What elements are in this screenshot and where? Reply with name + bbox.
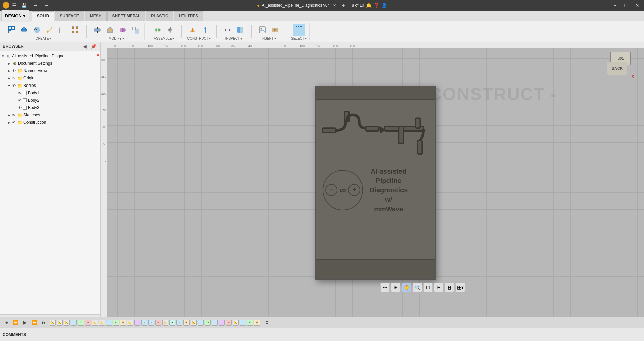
tab-mesh[interactable]: MESH xyxy=(85,11,107,21)
select-btn[interactable] xyxy=(293,24,305,36)
move3d-btn[interactable] xyxy=(164,24,176,36)
tree-bodies[interactable]: ▼ 👁 📁 Bodies xyxy=(0,82,100,89)
tab-surface[interactable]: SURFACE xyxy=(55,11,84,21)
origin-eye[interactable]: 👁 xyxy=(11,76,16,80)
insert-image-btn[interactable] xyxy=(256,24,268,36)
hand-tool-btn[interactable]: ✋ xyxy=(402,283,411,292)
section-analysis-btn[interactable] xyxy=(234,24,246,36)
extrude-btn[interactable] xyxy=(18,24,30,36)
navigate-btn[interactable]: ⊹ xyxy=(380,283,390,292)
decal-btn[interactable] xyxy=(269,24,281,36)
tl-icon[interactable]: ✂ xyxy=(155,320,161,326)
tl-icon[interactable]: 📐 xyxy=(50,320,56,326)
tl-icon[interactable]: ○ xyxy=(134,320,140,326)
tl-icon[interactable]: 📐 xyxy=(162,320,168,326)
select-label[interactable]: SELECT▾ xyxy=(291,37,307,40)
inspect-label[interactable]: INSPECT▾ xyxy=(225,37,242,40)
tl-icon[interactable]: ⚙ xyxy=(205,320,211,326)
tab-utilities[interactable]: UTILITIES xyxy=(174,11,203,21)
design-btn[interactable]: DESIGN ▾ xyxy=(1,10,29,22)
timeline-end-btn[interactable]: ⏭ xyxy=(40,319,48,326)
plane-btn[interactable] xyxy=(186,24,199,36)
grid-btn[interactable]: ▦ xyxy=(445,283,454,292)
tab-plastic[interactable]: PLASTIC xyxy=(146,11,173,21)
nv-eye[interactable]: 👁 xyxy=(11,68,16,73)
timeline-start-btn[interactable]: ⏮ xyxy=(3,319,10,326)
undo-btn[interactable]: ↩ xyxy=(32,3,40,8)
tree-sketches[interactable]: ▶ 👁 📁 Sketches xyxy=(0,111,100,119)
tab-solid[interactable]: SOLID xyxy=(32,11,54,21)
tl-icon[interactable]: ↑ xyxy=(141,320,147,326)
zoom-btn[interactable]: 🔍 xyxy=(413,283,422,292)
add-tab-btn[interactable]: + xyxy=(340,3,347,8)
axis-btn[interactable] xyxy=(199,24,211,36)
tree-construction[interactable]: ▶ 👁 📁 Construction xyxy=(0,119,100,126)
tl-icon[interactable]: ✂ xyxy=(226,320,232,326)
canvas-area[interactable]: 0 50 100 150 200 250 300 350 400 -50 -10… xyxy=(101,42,644,317)
root-pin[interactable]: 📍 xyxy=(96,54,100,58)
tree-body2[interactable]: 👁 Body2 xyxy=(0,97,100,104)
close-btn[interactable]: ✕ xyxy=(633,3,641,8)
save-btn[interactable]: 💾 xyxy=(19,3,29,8)
move-btn[interactable] xyxy=(104,24,116,36)
browser-collapse-btn[interactable]: ◀ xyxy=(82,43,88,49)
tl-icon[interactable]: ↑ xyxy=(212,320,218,326)
construction-eye[interactable]: 👁 xyxy=(11,120,16,125)
construct-label[interactable]: CONSTRUCT▾ xyxy=(187,37,211,40)
push-pull-btn[interactable] xyxy=(91,24,103,36)
user-icon[interactable]: 👤 xyxy=(381,3,387,8)
tl-icon[interactable]: ↑ xyxy=(198,320,204,326)
combine-btn[interactable] xyxy=(117,24,129,36)
tl-icon[interactable]: 📐 xyxy=(92,320,98,326)
timeline-settings-btn[interactable]: ⚙ xyxy=(263,319,271,326)
tl-icon[interactable]: 📐 xyxy=(127,320,133,326)
tab-sheet-metal[interactable]: SHEET METAL xyxy=(107,11,146,21)
tree-body1[interactable]: 👁 Body1 xyxy=(0,89,100,97)
tree-document-settings[interactable]: ▶ ⚙ Document Settings xyxy=(0,60,100,67)
tl-icon[interactable]: ✂ xyxy=(85,320,91,326)
view-orientation-btn[interactable]: ⊞ xyxy=(391,283,400,292)
tl-icon[interactable]: 📐 xyxy=(57,320,63,326)
maximize-btn[interactable]: □ xyxy=(623,3,629,8)
insert-label[interactable]: INSERT▾ xyxy=(261,37,276,40)
tl-icon[interactable]: ⊞ xyxy=(254,320,260,326)
viewcube-back[interactable]: BACK xyxy=(607,62,627,75)
tl-icon[interactable]: ↑ xyxy=(240,320,246,326)
redo-btn[interactable]: ↪ xyxy=(42,3,50,8)
tl-icon[interactable]: 📐 xyxy=(64,320,70,326)
bodies-eye[interactable]: 👁 xyxy=(11,83,16,88)
revolve-btn[interactable] xyxy=(31,24,43,36)
measure-btn[interactable] xyxy=(221,24,233,36)
body3-eye[interactable]: 👁 xyxy=(17,105,22,110)
tl-icon[interactable]: ↑ xyxy=(106,320,112,326)
viewcube[interactable]: d01 BACK X xyxy=(607,52,634,78)
new-component-btn[interactable] xyxy=(5,24,17,36)
tl-icon[interactable]: ○ xyxy=(219,320,225,326)
tl-icon[interactable]: ⊞ xyxy=(183,320,190,326)
tl-icon[interactable]: 📐 xyxy=(99,320,105,326)
tl-icon[interactable]: ⊞ xyxy=(120,320,126,326)
tl-icon[interactable]: ↑ xyxy=(176,320,182,326)
tree-root[interactable]: ▼ ⊞ AI_assisted_Pipeline_Diagno... 📍 xyxy=(0,52,100,60)
tree-origin[interactable]: ▶ 👁 📁 Origin xyxy=(0,74,100,82)
zoom-fit-btn[interactable]: ⊡ xyxy=(423,283,433,292)
timeline-prev-btn[interactable]: ⏪ xyxy=(12,319,19,326)
joint-btn[interactable] xyxy=(152,24,164,36)
grid-options-btn[interactable]: ▦▾ xyxy=(455,283,465,292)
tl-icon[interactable]: ↑ xyxy=(71,320,77,326)
modify-label[interactable]: MODIFY▾ xyxy=(109,37,124,40)
sketch-btn[interactable] xyxy=(44,24,56,36)
tree-body3[interactable]: 👁 Body3 xyxy=(0,104,100,111)
browser-pin-btn[interactable]: 📌 xyxy=(89,43,98,49)
create-label[interactable]: CREATE▾ xyxy=(36,37,51,40)
tl-icon[interactable]: ⚙ xyxy=(113,320,119,326)
close-file-btn[interactable]: ✕ xyxy=(331,3,338,8)
display-settings-btn[interactable]: ⊟ xyxy=(434,283,443,292)
tl-icon[interactable]: 📐 xyxy=(233,320,239,326)
assemble-label[interactable]: ASSEMBLE▾ xyxy=(154,37,174,40)
tl-icon[interactable]: ⚙ xyxy=(78,320,84,326)
minimize-btn[interactable]: − xyxy=(611,3,618,8)
tl-icon[interactable]: ⚙ xyxy=(247,320,253,326)
tl-icon[interactable]: ↑ xyxy=(148,320,154,326)
scale-btn[interactable] xyxy=(129,24,142,36)
